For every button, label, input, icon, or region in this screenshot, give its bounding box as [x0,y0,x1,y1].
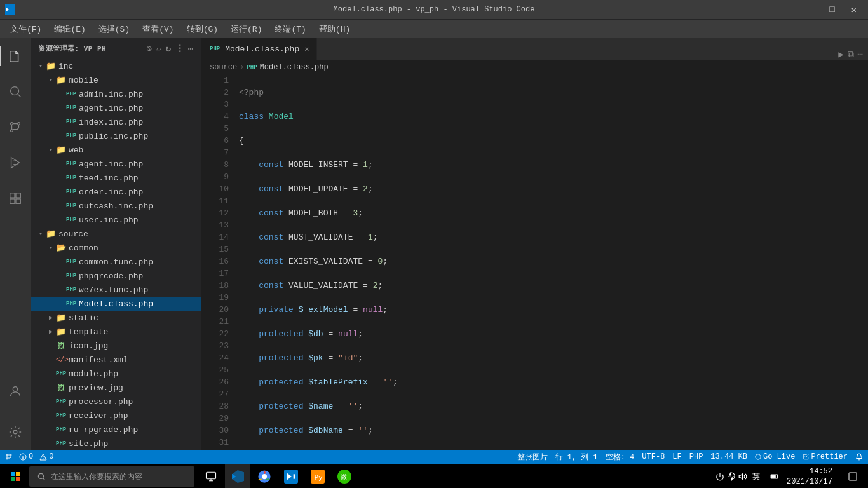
menu-run[interactable]: 运行(R) [226,22,267,36]
taskbar-search[interactable]: 在这里输入你要搜索的内容 [29,466,194,487]
settings-icon[interactable] [0,417,31,447]
run-debug-icon[interactable] [0,147,31,178]
taskbar-python-icon[interactable]: Py [305,464,330,488]
more-tab-actions[interactable]: ⋯ [858,49,863,60]
list-item[interactable]: PHP feed.inc.php [31,171,201,185]
notification-bell[interactable] [855,453,863,461]
menu-goto[interactable]: 转到(G) [182,22,223,36]
list-item[interactable]: PHP agent.inc.php [31,101,201,115]
file-size-status[interactable]: 13.44 KB [710,452,747,461]
taskbar-vscode2-icon[interactable] [278,464,304,488]
img-file-icon: 🖼 [56,384,66,392]
new-folder-icon[interactable]: ▱ [156,43,162,54]
sidebar-item-common[interactable]: ▾ 📂 common [31,241,201,255]
taskbar-notification-button[interactable] [840,464,865,488]
close-button[interactable]: ✕ [845,3,863,17]
breadcrumb-source[interactable]: source [210,63,237,72]
list-item[interactable]: PHP admin.inc.php [31,87,201,101]
source-control-icon[interactable] [0,112,31,142]
status-left: 0 0 [5,452,53,461]
prettier-button[interactable]: Prettier [803,452,848,461]
taskbar-lang-indicator[interactable]: 英 [750,471,763,482]
folder-icon: 📁 [56,313,66,323]
encoding-status[interactable]: UTF-8 [642,452,665,461]
error-count: 0 [29,452,33,461]
svg-text:Py: Py [315,473,323,482]
language-status[interactable]: PHP [689,452,703,461]
sidebar-item-web[interactable]: ▾ 📁 web [31,143,201,157]
sidebar-item-template[interactable]: ▶ 📁 template [31,325,201,339]
code-content[interactable]: <?php class Model { const MODEL_INSERT =… [234,74,868,450]
taskbar-chrome-icon[interactable] [252,464,277,488]
code-line-11: protected $db = null; [239,328,868,340]
minimize-button[interactable]: — [804,3,819,17]
search-icon[interactable] [0,76,31,107]
list-item[interactable]: PHP ru_rpgrade.php [31,423,201,437]
sidebar-item-model-class[interactable]: PHP Model.class.php [31,297,201,311]
svg-rect-42 [849,473,857,480]
code-editor[interactable]: 1 2 3 4 5 6 7 8 9 10 11 12 13 14 15 16 1… [202,74,868,450]
list-item[interactable]: PHP agent.inc.php [31,157,201,171]
list-item[interactable]: PHP we7ex.func.php [31,283,201,297]
sidebar-header-icons[interactable]: ⎋ ▱ ↻ ⋮ ⋯ [147,43,194,54]
git-branch-status[interactable] [5,453,13,461]
sidebar-item-source[interactable]: ▾ 📁 source [31,227,201,241]
breadcrumb-php-icon: PHP [247,64,257,71]
svg-rect-41 [771,475,775,478]
line-ending-status[interactable]: LF [672,452,681,461]
php-file-icon: PHP [66,189,76,195]
collapse-icon[interactable]: ⋮ [175,43,185,54]
整张图片-status[interactable]: 整张图片 [517,452,548,463]
split-editor-button[interactable]: ⧉ [848,50,854,60]
more-icon[interactable]: ⋯ [188,43,194,54]
sidebar-item-static[interactable]: ▶ 📁 static [31,311,201,325]
list-item[interactable]: PHP index.inc.php [31,115,201,129]
errors-status[interactable]: 0 [19,452,33,461]
warnings-status[interactable]: 0 [39,452,53,461]
list-item[interactable]: PHP order.inc.php [31,185,201,199]
code-line-2: class Model [239,111,868,123]
sidebar-item-mobile[interactable]: ▾ 📁 mobile [31,73,201,87]
taskbar-vscode-icon[interactable] [225,464,250,488]
list-item[interactable]: 🖼 preview.jpg [31,381,201,395]
sidebar[interactable]: 资源管理器: VP_PH ⎋ ▱ ↻ ⋮ ⋯ ▾ 📁 inc ▾ 📁 mobil… [31,38,202,450]
cursor-position[interactable]: 行 1, 列 1 [555,452,598,463]
list-item[interactable]: </> manifest.xml [31,353,201,367]
run-button[interactable]: ▶ [838,49,843,60]
code-line-16: protected $connection = ''; [239,449,868,450]
list-item[interactable]: PHP user.inc.php [31,213,201,227]
maximize-button[interactable]: □ [824,3,839,17]
list-item[interactable]: PHP processor.php [31,395,201,409]
indentation-status[interactable]: 空格: 4 [606,452,635,463]
svg-point-2 [11,130,13,132]
list-item[interactable]: PHP site.php [31,437,201,450]
code-line-3: { [239,135,868,147]
extensions-icon[interactable] [0,183,31,214]
tab-model-class[interactable]: PHP Model.class.php ✕ [202,38,317,60]
breadcrumb-file[interactable]: Model.class.php [260,63,329,72]
taskview-button[interactable] [198,464,224,488]
menu-select[interactable]: 选择(S) [93,22,135,36]
account-icon[interactable] [0,376,31,407]
sidebar-item-inc[interactable]: ▾ 📁 inc [31,59,201,73]
folder-icon: 📁 [56,327,66,337]
list-item[interactable]: PHP public.inc.php [31,129,201,143]
tab-close-button[interactable]: ✕ [304,44,309,54]
go-live-button[interactable]: Go Live [755,452,795,461]
menu-edit[interactable]: 编辑(E) [49,22,90,36]
menu-help[interactable]: 帮助(H) [314,22,355,36]
files-icon[interactable] [0,41,31,71]
new-file-icon[interactable]: ⎋ [147,43,153,54]
taskbar-wechat-icon[interactable]: 微 [332,464,357,488]
windows-start-button[interactable] [3,464,28,488]
list-item[interactable]: PHP outcash.inc.php [31,199,201,213]
menu-file[interactable]: 文件(F) [5,22,46,36]
list-item[interactable]: PHP common.func.php [31,255,201,269]
menu-terminal[interactable]: 终端(T) [269,22,311,36]
menu-view[interactable]: 查看(V) [137,22,179,36]
list-item[interactable]: PHP receiver.php [31,409,201,423]
list-item[interactable]: PHP phpqrcode.php [31,269,201,283]
refresh-icon[interactable]: ↻ [166,43,172,54]
list-item[interactable]: 🖼 icon.jpg [31,339,201,353]
list-item[interactable]: PHP module.php [31,367,201,381]
